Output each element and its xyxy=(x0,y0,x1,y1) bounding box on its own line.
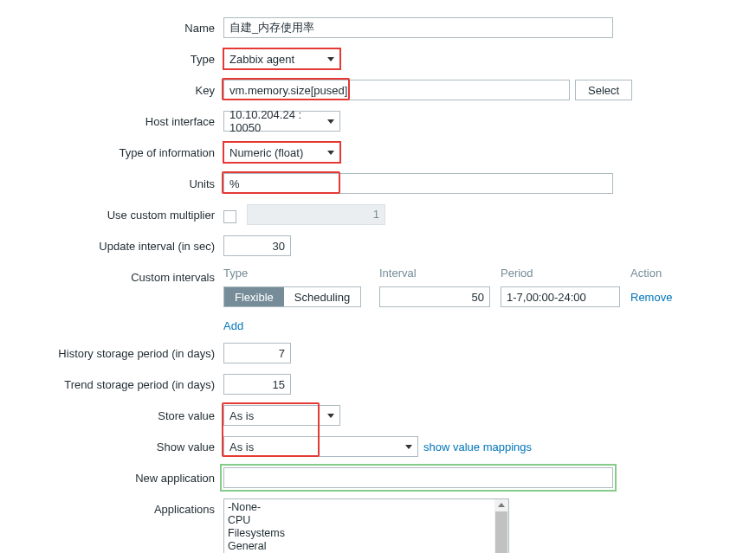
host-interface-label: Host interface xyxy=(9,111,223,128)
key-label: Key xyxy=(9,80,223,97)
type-label: Type xyxy=(9,48,223,66)
type-of-info-value: Numeric (float) xyxy=(229,146,303,159)
ci-add-link[interactable]: Add xyxy=(223,319,243,332)
show-value-label: Show value xyxy=(9,436,223,453)
ci-head-period: Period xyxy=(501,267,630,280)
key-input[interactable] xyxy=(223,80,570,100)
trend-period-input[interactable] xyxy=(223,374,291,395)
history-period-input[interactable] xyxy=(223,343,291,363)
applications-label: Applications xyxy=(9,498,223,516)
ci-period-input[interactable] xyxy=(501,286,620,307)
chevron-down-icon xyxy=(327,119,334,124)
applications-option[interactable]: General xyxy=(228,540,508,553)
applications-option[interactable]: Filesystems xyxy=(228,527,508,540)
host-interface-value: 10.10.204.24 : 10050 xyxy=(229,108,320,134)
ci-remove-link[interactable]: Remove xyxy=(630,291,672,304)
store-value-value: As is xyxy=(229,409,254,422)
name-label: Name xyxy=(9,17,223,35)
new-application-input[interactable] xyxy=(223,467,613,488)
chevron-down-icon xyxy=(405,445,412,449)
store-value-select[interactable]: As is xyxy=(223,405,340,426)
type-of-info-select[interactable]: Numeric (float) xyxy=(223,142,340,163)
applications-option[interactable]: -None- xyxy=(228,501,508,514)
update-interval-label: Update interval (in sec) xyxy=(9,235,223,253)
ci-type-segmented[interactable]: Flexible Scheduling xyxy=(223,286,361,307)
ci-seg-scheduling[interactable]: Scheduling xyxy=(284,287,360,306)
chevron-down-icon xyxy=(327,57,334,61)
name-input[interactable] xyxy=(223,17,613,38)
applications-listbox[interactable]: -None-CPUFilesystemsGeneralMemory xyxy=(223,498,509,553)
update-interval-input[interactable] xyxy=(223,235,291,256)
ci-head-type: Type xyxy=(223,267,379,280)
ci-head-action: Action xyxy=(630,267,691,280)
type-of-info-label: Type of information xyxy=(9,142,223,159)
applications-option[interactable]: CPU xyxy=(228,514,508,527)
use-custom-mult-label: Use custom multiplier xyxy=(9,204,223,222)
select-button[interactable]: Select xyxy=(575,80,632,100)
ci-seg-flexible[interactable]: Flexible xyxy=(224,287,284,306)
chevron-down-icon xyxy=(327,414,334,418)
units-label: Units xyxy=(9,173,223,190)
units-input[interactable] xyxy=(223,173,613,194)
trend-period-label: Trend storage period (in days) xyxy=(9,374,223,391)
chevron-down-icon xyxy=(327,151,334,155)
scrollbar[interactable] xyxy=(494,499,508,553)
scroll-thumb[interactable] xyxy=(495,511,507,553)
custom-intervals-label: Custom intervals xyxy=(9,267,223,284)
show-value-mappings-link[interactable]: show value mappings xyxy=(423,440,532,453)
ci-head-interval: Interval xyxy=(379,267,501,280)
ci-interval-input[interactable] xyxy=(379,286,490,307)
new-application-label: New application xyxy=(9,467,223,485)
custom-mult-value: 1 xyxy=(247,204,385,225)
store-value-label: Store value xyxy=(9,405,223,422)
show-value-select[interactable]: As is xyxy=(223,436,418,457)
type-select-value: Zabbix agent xyxy=(229,53,294,66)
history-period-label: History storage period (in days) xyxy=(9,343,223,360)
use-custom-mult-checkbox[interactable] xyxy=(223,210,236,223)
show-value-value: As is xyxy=(229,440,254,453)
host-interface-select[interactable]: 10.10.204.24 : 10050 xyxy=(223,111,340,132)
scroll-up-icon[interactable] xyxy=(498,503,505,507)
type-select[interactable]: Zabbix agent xyxy=(223,48,340,69)
